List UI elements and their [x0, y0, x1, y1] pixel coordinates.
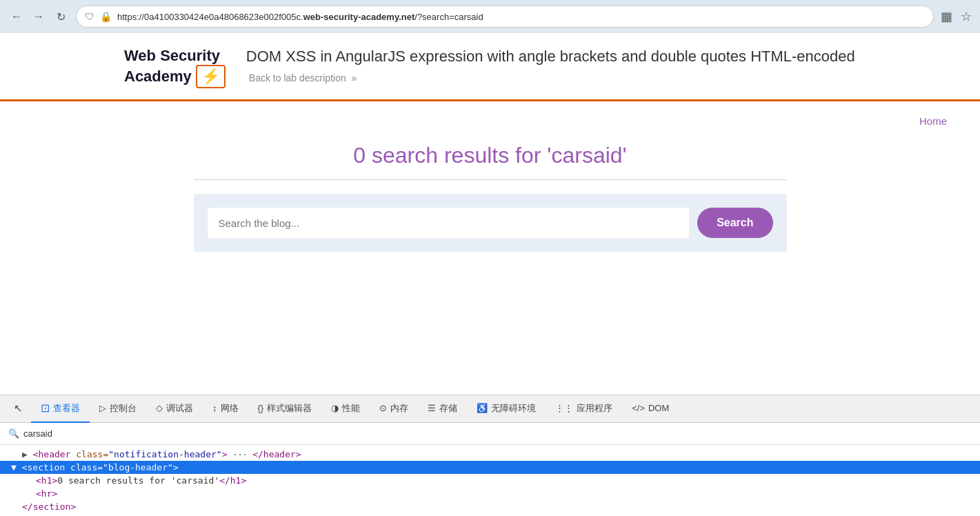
- browser-toolbar-icons: ▦ ☆: [941, 9, 972, 24]
- devtools-search-value: carsaid: [23, 428, 52, 439]
- search-input[interactable]: [208, 208, 690, 238]
- devtools-search-icon: 🔍: [8, 428, 19, 439]
- devtools-dom-tree: ▶ <header class="notification-header"> ·…: [0, 445, 980, 516]
- browser-chrome: ← → ↻ 🛡 🔒 https://0a4100330424e0a4806862…: [0, 0, 980, 33]
- back-link-arrow: »: [352, 72, 357, 83]
- dom-line-section[interactable]: ▼ <section class="blog-header">: [0, 461, 980, 474]
- tab-console[interactable]: ▷ 控制台: [90, 395, 146, 423]
- tab-memory[interactable]: ⊙ 内存: [370, 395, 418, 423]
- url-prefix: https://0a4100330424e0a48068623e002f005c…: [117, 12, 303, 22]
- lock-icon: 🔒: [100, 11, 112, 22]
- lab-title: DOM XSS in AngularJS expression with ang…: [246, 47, 952, 67]
- back-button[interactable]: ←: [8, 8, 25, 25]
- triangle-right-icon: ▶: [22, 449, 28, 459]
- triangle-down-icon: ▼: [11, 462, 17, 473]
- search-box-container: Search: [194, 194, 787, 252]
- dom-icon: </>: [632, 403, 645, 413]
- dom-line-hr[interactable]: <hr>: [8, 487, 972, 500]
- dom-line-section-close[interactable]: </section>: [8, 500, 972, 513]
- logo: Web Security Academy ⚡: [124, 47, 226, 88]
- devtools-search-bar: 🔍 carsaid: [0, 423, 980, 445]
- network-icon: ↕: [212, 403, 217, 413]
- forward-button[interactable]: →: [30, 8, 47, 25]
- search-divider: [194, 179, 787, 180]
- search-button[interactable]: Search: [697, 208, 772, 238]
- page-header: Web Security Academy ⚡ DOM XSS in Angula…: [0, 33, 980, 88]
- url-domain: web-security-academy.net: [303, 12, 415, 22]
- accessibility-label: 无障碍环境: [491, 402, 536, 415]
- application-label: 应用程序: [577, 402, 612, 415]
- logo-line1: Web Security: [124, 47, 220, 64]
- lab-header-content: DOM XSS in AngularJS expression with ang…: [246, 47, 952, 83]
- inspector-label: 查看器: [53, 402, 80, 415]
- debugger-icon: ◇: [156, 403, 163, 413]
- devtools-tabs: ↖ ⊡ 查看器 ▷ 控制台 ◇ 调试器 ↕ 网络 {} 样式编辑器 ◑ 性能 ⊙…: [0, 395, 980, 423]
- tab-style-editor[interactable]: {} 样式编辑器: [248, 395, 322, 423]
- tab-network[interactable]: ↕ 网络: [203, 395, 248, 423]
- qr-button[interactable]: ▦: [941, 9, 952, 24]
- logo-badge: ⚡: [196, 65, 226, 88]
- dom-line-header[interactable]: ▶ <header class="notification-header"> ·…: [8, 448, 972, 461]
- style-editor-label: 样式编辑器: [267, 402, 312, 415]
- tab-application[interactable]: ⋮⋮ 应用程序: [546, 395, 622, 423]
- console-label: 控制台: [110, 402, 137, 415]
- url-suffix: /?search=carsaid: [414, 12, 483, 22]
- console-icon: ▷: [99, 403, 106, 413]
- bookmark-button[interactable]: ☆: [961, 9, 972, 24]
- performance-label: 性能: [342, 402, 360, 415]
- devtools-panel: ↖ ⊡ 查看器 ▷ 控制台 ◇ 调试器 ↕ 网络 {} 样式编辑器 ◑ 性能 ⊙…: [0, 395, 980, 516]
- tab-dom[interactable]: </> DOM: [622, 395, 679, 423]
- tab-storage[interactable]: ☰ 存储: [418, 395, 467, 423]
- ellipsis: ···: [232, 450, 252, 459]
- tab-inspector-label[interactable]: ⊡ 查看器: [31, 395, 90, 423]
- network-label: 网络: [221, 402, 239, 415]
- home-link[interactable]: Home: [919, 115, 947, 127]
- tab-accessibility[interactable]: ♿ 无障碍环境: [467, 395, 546, 423]
- style-editor-icon: {}: [258, 403, 264, 413]
- lab-content: Home 0 search results for 'carsaid' Sear…: [0, 101, 980, 253]
- storage-label: 存储: [439, 402, 457, 415]
- performance-icon: ◑: [331, 403, 339, 413]
- back-to-lab-link[interactable]: Back to lab description »: [246, 72, 952, 83]
- inspector-cursor-icon: ↖: [14, 402, 23, 415]
- accessibility-icon: ♿: [477, 403, 488, 413]
- reload-button[interactable]: ↻: [52, 8, 69, 25]
- url-text: https://0a4100330424e0a48068623e002f005c…: [117, 12, 925, 22]
- tab-debugger[interactable]: ◇ 调试器: [146, 395, 203, 423]
- inspector-square-icon: ⊡: [41, 401, 50, 415]
- debugger-label: 调试器: [166, 402, 193, 415]
- memory-icon: ⊙: [379, 403, 387, 413]
- memory-label: 内存: [390, 402, 408, 415]
- storage-icon: ☰: [428, 403, 436, 413]
- search-results-heading: 0 search results for 'carsaid': [0, 101, 980, 168]
- tab-performance[interactable]: ◑ 性能: [321, 395, 370, 423]
- address-bar[interactable]: 🛡 🔒 https://0a4100330424e0a48068623e002f…: [76, 6, 934, 28]
- application-icon: ⋮⋮: [555, 403, 573, 413]
- shield-icon: 🛡: [85, 11, 94, 22]
- nav-buttons: ← → ↻: [8, 8, 69, 25]
- dom-label: DOM: [648, 403, 669, 413]
- lightning-icon: ⚡: [201, 68, 220, 85]
- tab-inspector[interactable]: ↖: [6, 395, 31, 423]
- back-link-text: Back to lab description: [249, 72, 346, 83]
- dom-line-h1[interactable]: <h1>0 search results for 'carsaid'</h1>: [8, 474, 972, 487]
- logo-line2: Academy: [124, 68, 192, 86]
